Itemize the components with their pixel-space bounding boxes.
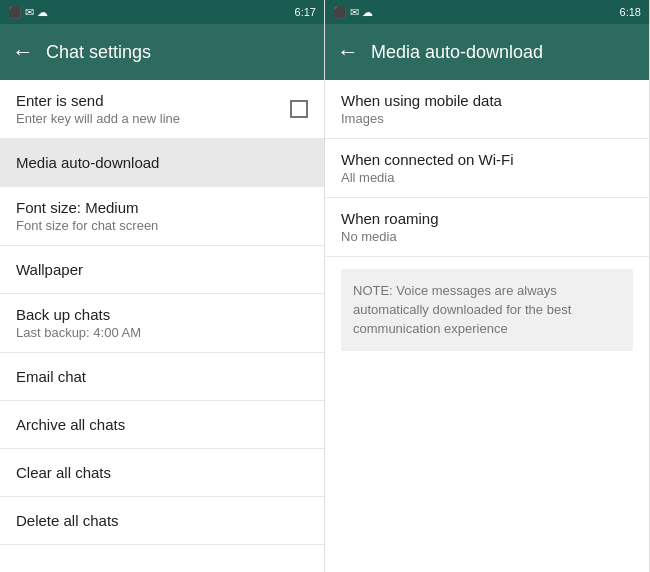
- setting-item-font-size[interactable]: Font size: Medium Font size for chat scr…: [0, 187, 324, 246]
- right-settings-list: When using mobile data Images When conne…: [325, 80, 649, 572]
- right-status-right: 6:18: [620, 6, 641, 18]
- wallpaper-title: Wallpaper: [16, 261, 83, 278]
- left-status-left-icons: ⬛ ✉ ☁: [8, 6, 48, 19]
- setting-item-media-auto-download[interactable]: Media auto-download: [0, 139, 324, 187]
- left-status-bar: ⬛ ✉ ☁ 6:17: [0, 0, 324, 24]
- font-size-title: Font size: Medium: [16, 199, 158, 216]
- wifi-title: When connected on Wi-Fi: [341, 151, 514, 168]
- roaming-subtitle: No media: [341, 229, 439, 244]
- setting-item-wifi[interactable]: When connected on Wi-Fi All media: [325, 139, 649, 198]
- enter-is-send-checkbox[interactable]: [290, 100, 308, 118]
- left-status-icons: ⬛ ✉ ☁: [8, 6, 48, 19]
- right-back-button[interactable]: ←: [337, 39, 359, 65]
- right-panel: ⬛ ✉ ☁ 6:18 ← Media auto-download When us…: [325, 0, 650, 572]
- right-status-left-icons: ⬛ ✉ ☁: [333, 6, 373, 19]
- setting-item-delete-all-chats[interactable]: Delete all chats: [0, 497, 324, 545]
- left-toolbar: ← Chat settings: [0, 24, 324, 80]
- roaming-title: When roaming: [341, 210, 439, 227]
- right-time: 6:18: [620, 6, 641, 18]
- left-status-right: 6:17: [295, 6, 316, 18]
- mobile-data-subtitle: Images: [341, 111, 502, 126]
- mobile-data-title: When using mobile data: [341, 92, 502, 109]
- left-time: 6:17: [295, 6, 316, 18]
- archive-all-chats-title: Archive all chats: [16, 416, 125, 433]
- setting-item-backup-chats[interactable]: Back up chats Last backup: 4:00 AM: [0, 294, 324, 353]
- left-settings-list: Enter is send Enter key will add a new l…: [0, 80, 324, 572]
- right-status-icons: ⬛ ✉ ☁: [333, 6, 373, 19]
- enter-is-send-subtitle: Enter key will add a new line: [16, 111, 180, 126]
- backup-chats-title: Back up chats: [16, 306, 141, 323]
- note-box: NOTE: Voice messages are always automati…: [341, 269, 633, 351]
- media-auto-download-title: Media auto-download: [16, 154, 159, 171]
- backup-chats-subtitle: Last backup: 4:00 AM: [16, 325, 141, 340]
- note-text: NOTE: Voice messages are always automati…: [353, 283, 571, 336]
- right-toolbar-title: Media auto-download: [371, 42, 543, 63]
- right-toolbar: ← Media auto-download: [325, 24, 649, 80]
- wifi-subtitle: All media: [341, 170, 514, 185]
- left-toolbar-title: Chat settings: [46, 42, 151, 63]
- left-back-button[interactable]: ←: [12, 39, 34, 65]
- email-chat-title: Email chat: [16, 368, 86, 385]
- font-size-subtitle: Font size for chat screen: [16, 218, 158, 233]
- setting-item-roaming[interactable]: When roaming No media: [325, 198, 649, 257]
- setting-item-mobile-data[interactable]: When using mobile data Images: [325, 80, 649, 139]
- delete-all-chats-title: Delete all chats: [16, 512, 119, 529]
- setting-item-email-chat[interactable]: Email chat: [0, 353, 324, 401]
- setting-item-clear-all-chats[interactable]: Clear all chats: [0, 449, 324, 497]
- right-status-bar: ⬛ ✉ ☁ 6:18: [325, 0, 649, 24]
- enter-is-send-title: Enter is send: [16, 92, 180, 109]
- setting-item-enter-is-send[interactable]: Enter is send Enter key will add a new l…: [0, 80, 324, 139]
- setting-item-archive-all-chats[interactable]: Archive all chats: [0, 401, 324, 449]
- left-panel: ⬛ ✉ ☁ 6:17 ← Chat settings Enter is send…: [0, 0, 325, 572]
- clear-all-chats-title: Clear all chats: [16, 464, 111, 481]
- setting-item-wallpaper[interactable]: Wallpaper: [0, 246, 324, 294]
